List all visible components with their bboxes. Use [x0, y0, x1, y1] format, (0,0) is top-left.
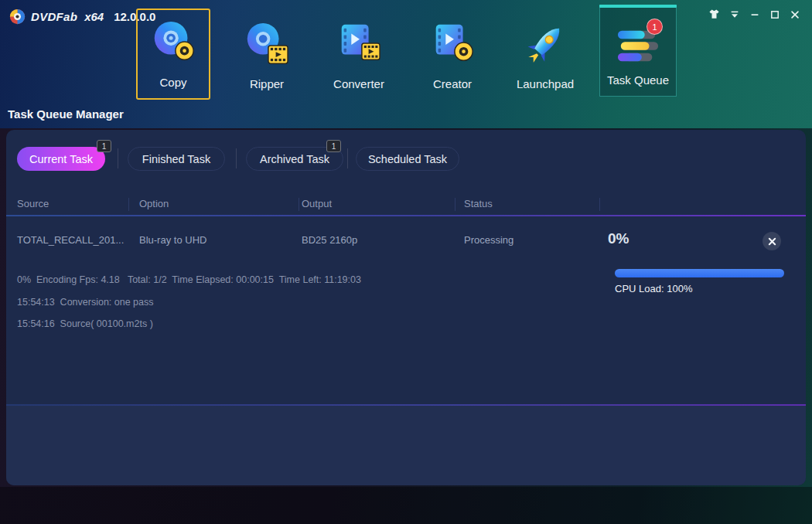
tab-separator: [347, 148, 348, 168]
cell-status: Processing: [464, 234, 513, 246]
converter-icon: [335, 20, 383, 68]
cell-option: Blu-ray to UHD: [139, 234, 206, 246]
tshirt-icon: [708, 9, 720, 20]
nav-label-task-queue: Task Queue: [607, 73, 669, 87]
column-header-option: Option: [139, 198, 169, 209]
tab-separator: [236, 148, 237, 168]
log-line-conversion: 15:54:13 Conversion: one pass: [17, 297, 154, 308]
nav-label-converter: Converter: [333, 77, 384, 90]
task-queue-panel: Current Task 1 Finished Task Archived Ta…: [6, 130, 806, 485]
column-separator: [299, 198, 299, 211]
skin-button[interactable]: [708, 8, 721, 21]
tab-scheduled-task[interactable]: Scheduled Task: [356, 147, 459, 171]
cell-output: BD25 2160p: [302, 234, 357, 246]
tab-archived-task-label: Archived Task: [260, 153, 329, 165]
task-progress-percent: 0%: [608, 230, 629, 247]
app-arch: x64: [84, 10, 104, 23]
maximize-button[interactable]: [768, 8, 781, 21]
nav-item-converter[interactable]: Converter: [322, 9, 396, 100]
maximize-icon: [769, 9, 780, 20]
tab-finished-task-label: Finished Task: [142, 153, 210, 165]
footer-bar: When all tasks are done: Do Nothing Cont…: [0, 487, 812, 524]
ripper-icon: [243, 20, 291, 68]
tab-current-task-badge: 1: [97, 140, 111, 152]
menu-button[interactable]: [728, 8, 741, 21]
column-header-output: Output: [302, 198, 332, 209]
nav-item-ripper[interactable]: Ripper: [230, 9, 304, 100]
table-header-underline: [6, 215, 806, 216]
dvdfab-logo-icon: [9, 9, 26, 25]
column-header-status: Status: [464, 198, 493, 209]
nav-item-task-queue[interactable]: Task Queue 1: [599, 5, 677, 97]
nav-label-ripper: Ripper: [250, 77, 284, 90]
cpu-load-label: CPU Load: 100%: [615, 283, 692, 294]
remove-task-button[interactable]: [763, 232, 781, 250]
copy-disc-icon: [149, 19, 197, 66]
encoding-status-line: 0% Encoding Fps: 4.18 Total: 1/2 Time El…: [17, 274, 361, 285]
task-queue-count-badge: 1: [647, 19, 663, 35]
close-task-icon: [768, 237, 776, 246]
nav-label-creator: Creator: [433, 77, 472, 90]
app-name: DVDFab: [31, 10, 77, 23]
dvdfab-window: DVDFabx6412.0.0.0: [0, 0, 812, 524]
column-header-source: Source: [17, 198, 49, 209]
nav-label-copy: Copy: [159, 76, 186, 89]
nav-item-copy[interactable]: Copy: [136, 9, 210, 100]
launchpad-rocket-icon: [521, 20, 569, 68]
column-separator: [455, 198, 455, 211]
nav-item-launchpad[interactable]: Launchpad: [508, 9, 582, 100]
close-button[interactable]: [788, 8, 801, 21]
panel-lower-area: [6, 406, 806, 485]
log-line-source: 15:54:16 Source( 00100.m2ts ): [17, 318, 153, 329]
nav-item-creator[interactable]: Creator: [415, 9, 490, 100]
tab-current-task-label: Current Task: [29, 153, 93, 165]
cpu-load-bar: [615, 269, 784, 277]
tab-finished-task[interactable]: Finished Task: [128, 147, 225, 171]
menu-caret-icon: [729, 9, 740, 20]
column-separator: [599, 198, 600, 211]
window-controls: [708, 8, 801, 21]
app-brand: DVDFabx6412.0.0.0: [9, 9, 155, 25]
minimize-button[interactable]: [748, 8, 761, 21]
nav-label-launchpad: Launchpad: [517, 77, 574, 90]
minimize-icon: [749, 9, 760, 20]
tab-scheduled-task-label: Scheduled Task: [368, 153, 447, 165]
column-separator: [128, 198, 129, 211]
cell-source: TOTAL_RECALL_201...: [17, 234, 124, 246]
tab-current-task[interactable]: Current Task: [17, 147, 105, 171]
panel-divider: [6, 404, 806, 406]
tab-separator: [118, 148, 118, 168]
creator-icon: [428, 20, 476, 68]
page-title: Task Queue Manager: [8, 107, 124, 121]
tab-archived-task-badge: 1: [326, 140, 341, 152]
close-icon: [790, 9, 800, 20]
